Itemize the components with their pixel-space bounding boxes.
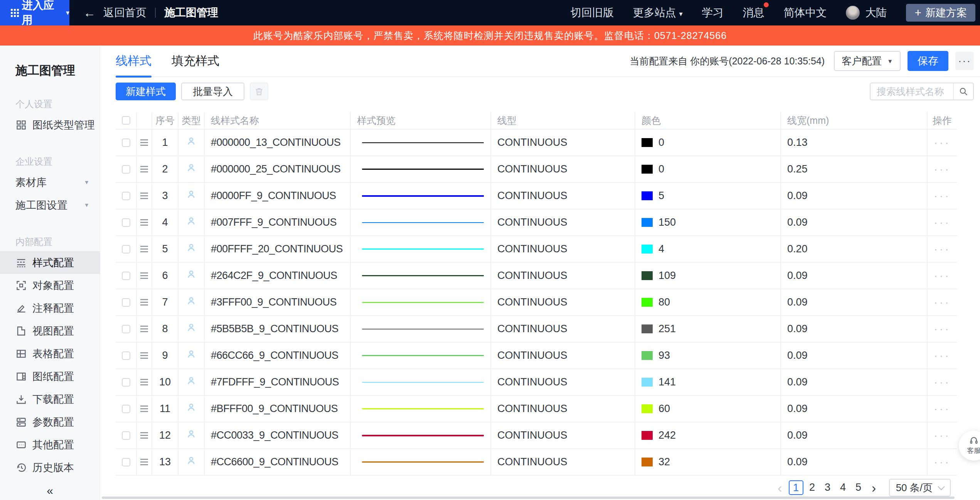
sidebar-item-参数配置[interactable]: 参数配置 <box>0 410 100 433</box>
row-checkbox[interactable] <box>122 325 130 333</box>
drag-handle[interactable] <box>140 139 148 146</box>
row-actions-button[interactable]: ··· <box>934 137 951 149</box>
page-button-5[interactable]: 5 <box>852 480 865 494</box>
search-input[interactable] <box>871 83 953 100</box>
collapse-sidebar-button[interactable]: « <box>0 482 100 499</box>
learn-link[interactable]: 学习 <box>702 5 723 20</box>
page-button-3[interactable]: 3 <box>821 480 834 494</box>
row-checkbox[interactable] <box>122 245 130 253</box>
sidebar-item-图纸配置[interactable]: 图纸配置 <box>0 365 100 388</box>
row-checkbox[interactable] <box>122 458 130 466</box>
linetype-cell: CONTINUOUS <box>490 209 635 235</box>
language-link[interactable]: 简体中文 <box>783 5 827 20</box>
style-name-cell: #0000FF_9_CONTINUOUS <box>204 183 350 209</box>
row-actions-button[interactable]: ··· <box>934 350 951 362</box>
back-home-link[interactable]: 返回首页 <box>103 5 146 20</box>
sidebar-item-视图配置[interactable]: 视图配置 <box>0 319 100 342</box>
row-checkbox[interactable] <box>122 272 130 280</box>
style-name-cell: #000000_13_CONTINUOUS <box>204 130 350 155</box>
switch-old-version-link[interactable]: 切回旧版 <box>571 5 614 20</box>
page-size-select[interactable]: 50 条/页 <box>889 479 951 497</box>
row-checkbox[interactable] <box>122 405 130 413</box>
drag-handle[interactable] <box>140 326 148 332</box>
drag-handle[interactable] <box>140 193 148 199</box>
sidebar-item-表格配置[interactable]: 表格配置 <box>0 342 100 365</box>
batch-import-button[interactable]: 批量导入 <box>181 83 244 100</box>
page-button-1[interactable]: 1 <box>789 480 803 495</box>
line-width-cell: 0.09 <box>780 263 927 289</box>
drag-handle[interactable] <box>140 272 148 279</box>
line-preview <box>362 355 484 356</box>
delete-button[interactable] <box>250 83 268 100</box>
row-checkbox[interactable] <box>122 192 130 200</box>
linetype-cell: CONTINUOUS <box>490 289 635 315</box>
row-actions-button[interactable]: ··· <box>934 270 951 282</box>
app-launcher-button[interactable]: 进入应用 ▾ <box>0 0 69 25</box>
style-name-cell: #007FFF_9_CONTINUOUS <box>204 209 350 235</box>
sidebar-item-注释配置[interactable]: 注释配置 <box>0 297 100 319</box>
notification-dot <box>764 2 769 7</box>
row-actions-button[interactable]: ··· <box>934 243 951 255</box>
drag-handle[interactable] <box>140 352 148 359</box>
save-button[interactable]: 保存 <box>908 51 948 71</box>
drag-handle[interactable] <box>140 219 148 226</box>
table-header-row: 序号 类型 线样式名称 样式预览 线型 颜色 线宽(mm) 操作 <box>116 112 957 130</box>
sidebar-item-其他配置[interactable]: 其他配置 <box>0 433 100 456</box>
next-page-button[interactable]: › <box>867 481 881 495</box>
drag-handle[interactable] <box>140 379 148 385</box>
config-type-select[interactable]: 客户配置 ▼ <box>834 51 901 71</box>
row-checkbox[interactable] <box>122 165 130 174</box>
sidebar-item-样式配置[interactable]: 样式配置 <box>0 251 100 274</box>
type-cell <box>178 369 204 395</box>
sidebar-item-图纸类型管理[interactable]: 图纸类型管理 <box>0 113 100 136</box>
row-actions-button[interactable]: ··· <box>934 429 951 442</box>
sidebar-item-施工图设置[interactable]: 施工图设置▾ <box>0 194 100 216</box>
color-swatch <box>642 245 653 253</box>
sidebar-item-下载配置[interactable]: 下载配置 <box>0 388 100 410</box>
color-cell: 80 <box>635 289 780 315</box>
row-actions-button[interactable]: ··· <box>934 163 951 176</box>
messages-link[interactable]: 消息 <box>743 5 764 20</box>
tab-fill-style[interactable]: 填充样式 <box>172 45 219 77</box>
drag-handle[interactable] <box>140 166 148 172</box>
color-cell: 0 <box>635 130 780 155</box>
new-plan-button[interactable]: +新建方案 <box>906 4 975 22</box>
drag-handle[interactable] <box>140 459 148 465</box>
row-actions-button[interactable]: ··· <box>934 190 951 202</box>
color-index: 4 <box>658 243 664 255</box>
sidebar-item-对象配置[interactable]: 对象配置 <box>0 274 100 297</box>
page-button-4[interactable]: 4 <box>837 480 850 494</box>
drag-handle[interactable] <box>140 246 148 252</box>
drag-handle[interactable] <box>140 299 148 306</box>
row-checkbox[interactable] <box>122 218 130 227</box>
more-sites-link[interactable]: 更多站点 ▾ <box>633 5 683 20</box>
row-checkbox[interactable] <box>122 431 130 440</box>
sidebar-item-素材库[interactable]: 素材库▾ <box>0 171 100 194</box>
row-checkbox[interactable] <box>122 351 130 360</box>
color-cell: 109 <box>635 263 780 289</box>
row-actions-button[interactable]: ··· <box>934 456 951 468</box>
row-actions-button[interactable]: ··· <box>934 296 951 309</box>
back-arrow-icon[interactable]: ← <box>83 6 96 20</box>
row-checkbox[interactable] <box>122 378 130 387</box>
linetype-cell: CONTINUOUS <box>490 236 635 262</box>
search-button[interactable] <box>953 83 973 100</box>
new-style-button[interactable]: 新建样式 <box>116 83 176 100</box>
select-all-checkbox[interactable] <box>122 116 130 125</box>
drag-handle[interactable] <box>140 432 148 439</box>
drag-handle[interactable] <box>140 405 148 412</box>
more-actions-button[interactable]: ··· <box>955 52 974 70</box>
person-icon <box>185 135 197 150</box>
row-actions-button[interactable]: ··· <box>934 216 951 229</box>
sidebar-item-历史版本[interactable]: 历史版本 <box>0 456 100 479</box>
avatar[interactable] <box>846 6 860 20</box>
row-actions-button[interactable]: ··· <box>934 376 951 389</box>
row-checkbox[interactable] <box>122 139 130 147</box>
prev-page-button[interactable]: ‹ <box>773 481 786 495</box>
horizontal-scrollbar[interactable] <box>102 497 955 499</box>
tab-line-style[interactable]: 线样式 <box>116 45 152 77</box>
row-checkbox[interactable] <box>122 298 130 307</box>
row-actions-button[interactable]: ··· <box>934 323 951 335</box>
row-actions-button[interactable]: ··· <box>934 403 951 415</box>
page-button-2[interactable]: 2 <box>806 480 819 494</box>
